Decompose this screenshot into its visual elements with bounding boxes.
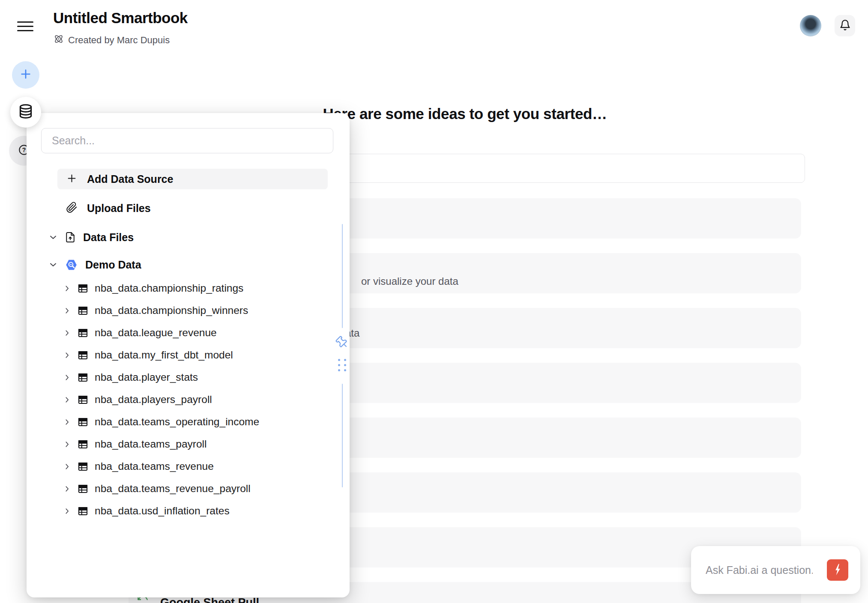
chevron-right-icon[interactable] xyxy=(63,440,72,449)
chevron-right-icon[interactable] xyxy=(63,284,72,293)
chevron-right-icon[interactable] xyxy=(63,484,72,493)
chevron-right-icon[interactable] xyxy=(63,507,72,516)
table-name: nba_data.teams_payroll xyxy=(95,438,207,450)
table-row[interactable]: nba_data.teams_payroll xyxy=(63,433,328,455)
table-name: nba_data.player_stats xyxy=(95,371,198,383)
chevron-right-icon[interactable] xyxy=(63,462,72,471)
bell-icon xyxy=(839,19,851,33)
chevron-right-icon[interactable] xyxy=(63,373,72,382)
section-demo-data[interactable]: Demo Data xyxy=(48,254,328,275)
table-row[interactable]: nba_data.player_stats xyxy=(63,366,328,388)
panel-resize-guide[interactable] xyxy=(342,384,343,487)
plus-icon xyxy=(19,67,33,83)
drag-handle-icon[interactable] xyxy=(338,359,346,371)
upload-files-label: Upload Files xyxy=(87,202,151,215)
table-list: nba_data.championship_ratings nba_data.c… xyxy=(63,277,328,522)
table-row[interactable]: nba_data.teams_revenue_payroll xyxy=(63,478,328,500)
pin-panel-button[interactable] xyxy=(335,335,350,350)
database-icon xyxy=(18,103,34,121)
table-name: nba_data.championship_ratings xyxy=(95,282,243,294)
table-name: nba_data.my_first_dbt_model xyxy=(95,349,233,361)
plus-icon xyxy=(66,173,78,186)
chevron-right-icon[interactable] xyxy=(63,306,72,315)
add-data-source-button[interactable]: Add Data Source xyxy=(57,169,328,189)
user-avatar[interactable] xyxy=(800,15,821,36)
table-icon xyxy=(77,349,89,361)
add-cell-button[interactable] xyxy=(12,61,39,89)
table-row[interactable]: nba_data.teams_revenue xyxy=(63,455,328,478)
ask-fabi-input[interactable] xyxy=(706,564,813,576)
page-title: Untitled Smartbook xyxy=(53,9,188,27)
table-icon xyxy=(77,372,89,383)
table-name: nba_data.teams_operating_income xyxy=(95,416,259,428)
chevron-right-icon[interactable] xyxy=(63,418,72,427)
table-row[interactable]: nba_data.league_revenue xyxy=(63,322,328,344)
table-row[interactable]: nba_data.usd_inflation_rates xyxy=(63,500,328,522)
table-icon xyxy=(77,305,89,316)
chevron-down-icon[interactable] xyxy=(48,232,58,242)
table-icon xyxy=(77,394,89,406)
upload-files-button[interactable]: Upload Files xyxy=(57,198,328,218)
data-source-panel: Add Data Source Upload Files Data Files xyxy=(27,113,350,597)
section-data-files[interactable]: Data Files xyxy=(48,227,328,248)
paperclip-icon xyxy=(66,202,78,215)
table-name: nba_data.league_revenue xyxy=(95,327,217,339)
bigquery-hexagon-icon xyxy=(64,258,78,272)
table-name: nba_data.teams_revenue xyxy=(95,460,214,472)
table-name: nba_data.championship_winners xyxy=(95,304,248,316)
section-label: Data Files xyxy=(83,231,134,244)
idea-card-text: or visualize your data xyxy=(361,275,458,287)
table-icon xyxy=(77,461,89,472)
notifications-button[interactable] xyxy=(835,15,855,36)
data-sources-button[interactable] xyxy=(10,97,41,128)
chevron-down-icon[interactable] xyxy=(48,260,58,270)
chevron-right-icon[interactable] xyxy=(63,351,72,360)
created-by: Created by Marc Dupuis xyxy=(53,33,170,47)
table-icon xyxy=(77,327,89,339)
menu-hamburger-icon[interactable] xyxy=(17,21,33,33)
table-icon xyxy=(77,505,89,517)
table-row[interactable]: nba_data.championship_ratings xyxy=(63,277,328,299)
table-row[interactable]: nba_data.teams_operating_income xyxy=(63,411,328,433)
panel-resize-guide[interactable] xyxy=(342,224,343,328)
table-row[interactable]: nba_data.championship_winners xyxy=(63,299,328,322)
chevron-right-icon[interactable] xyxy=(63,328,72,337)
table-icon xyxy=(77,416,89,428)
table-name: nba_data.teams_revenue_payroll xyxy=(95,483,251,495)
file-upload-icon xyxy=(64,231,76,243)
section-label: Demo Data xyxy=(85,259,141,271)
ask-fabi-submit-button[interactable] xyxy=(827,559,848,581)
created-by-label: Created by Marc Dupuis xyxy=(68,35,170,46)
table-row[interactable]: nba_data.my_first_dbt_model xyxy=(63,344,328,366)
atom-icon xyxy=(53,33,64,47)
ask-fabi-widget xyxy=(691,546,860,594)
table-icon xyxy=(77,483,89,495)
chevron-right-icon[interactable] xyxy=(63,395,72,404)
search-input[interactable] xyxy=(41,128,333,153)
lightning-icon xyxy=(830,562,845,578)
add-data-source-label: Add Data Source xyxy=(87,173,173,185)
table-row[interactable]: nba_data.players_payroll xyxy=(63,388,328,411)
table-name: nba_data.usd_inflation_rates xyxy=(95,505,230,517)
table-icon xyxy=(77,439,89,450)
table-icon xyxy=(77,283,89,294)
table-name: nba_data.players_payroll xyxy=(95,394,212,406)
svg-text:?: ? xyxy=(22,146,26,153)
